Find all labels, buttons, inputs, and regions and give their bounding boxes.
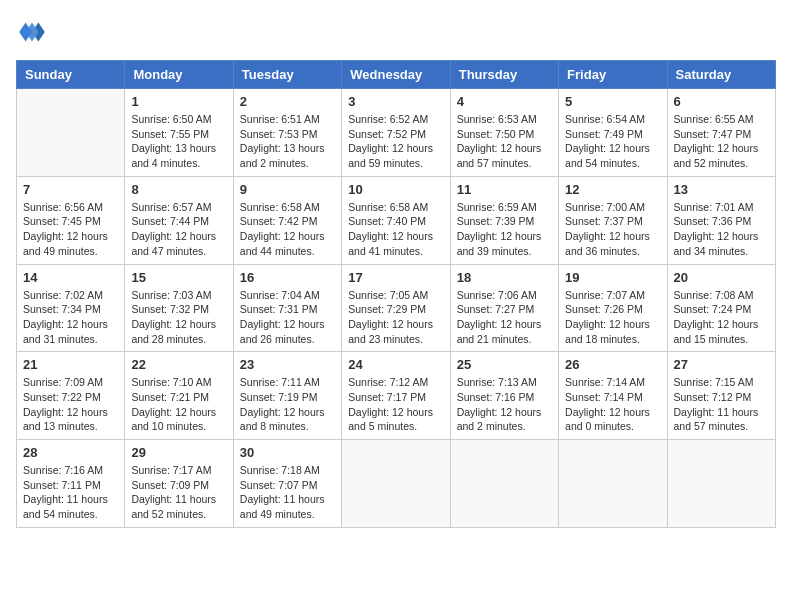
calendar-cell: 23Sunrise: 7:11 AM Sunset: 7:19 PM Dayli… xyxy=(233,352,341,440)
calendar-cell xyxy=(450,440,558,528)
day-number: 20 xyxy=(674,270,769,285)
day-number: 30 xyxy=(240,445,335,460)
calendar-cell: 25Sunrise: 7:13 AM Sunset: 7:16 PM Dayli… xyxy=(450,352,558,440)
calendar-cell: 22Sunrise: 7:10 AM Sunset: 7:21 PM Dayli… xyxy=(125,352,233,440)
day-number: 28 xyxy=(23,445,118,460)
calendar-cell: 30Sunrise: 7:18 AM Sunset: 7:07 PM Dayli… xyxy=(233,440,341,528)
day-info: Sunrise: 7:09 AM Sunset: 7:22 PM Dayligh… xyxy=(23,375,118,434)
calendar-day-header: Wednesday xyxy=(342,61,450,89)
day-number: 22 xyxy=(131,357,226,372)
calendar-cell: 8Sunrise: 6:57 AM Sunset: 7:44 PM Daylig… xyxy=(125,176,233,264)
calendar-cell: 15Sunrise: 7:03 AM Sunset: 7:32 PM Dayli… xyxy=(125,264,233,352)
day-info: Sunrise: 6:58 AM Sunset: 7:40 PM Dayligh… xyxy=(348,200,443,259)
day-number: 14 xyxy=(23,270,118,285)
calendar-day-header: Tuesday xyxy=(233,61,341,89)
day-info: Sunrise: 7:14 AM Sunset: 7:14 PM Dayligh… xyxy=(565,375,660,434)
day-info: Sunrise: 7:18 AM Sunset: 7:07 PM Dayligh… xyxy=(240,463,335,522)
day-info: Sunrise: 7:03 AM Sunset: 7:32 PM Dayligh… xyxy=(131,288,226,347)
calendar-day-header: Saturday xyxy=(667,61,775,89)
logo-icon xyxy=(16,16,48,48)
calendar-cell: 28Sunrise: 7:16 AM Sunset: 7:11 PM Dayli… xyxy=(17,440,125,528)
day-info: Sunrise: 6:50 AM Sunset: 7:55 PM Dayligh… xyxy=(131,112,226,171)
day-info: Sunrise: 7:15 AM Sunset: 7:12 PM Dayligh… xyxy=(674,375,769,434)
calendar-cell: 5Sunrise: 6:54 AM Sunset: 7:49 PM Daylig… xyxy=(559,89,667,177)
calendar-cell: 14Sunrise: 7:02 AM Sunset: 7:34 PM Dayli… xyxy=(17,264,125,352)
day-number: 5 xyxy=(565,94,660,109)
day-number: 15 xyxy=(131,270,226,285)
day-number: 16 xyxy=(240,270,335,285)
day-info: Sunrise: 7:08 AM Sunset: 7:24 PM Dayligh… xyxy=(674,288,769,347)
calendar-cell: 19Sunrise: 7:07 AM Sunset: 7:26 PM Dayli… xyxy=(559,264,667,352)
day-number: 18 xyxy=(457,270,552,285)
calendar-week-row: 14Sunrise: 7:02 AM Sunset: 7:34 PM Dayli… xyxy=(17,264,776,352)
day-info: Sunrise: 7:01 AM Sunset: 7:36 PM Dayligh… xyxy=(674,200,769,259)
day-number: 27 xyxy=(674,357,769,372)
calendar-day-header: Friday xyxy=(559,61,667,89)
day-number: 1 xyxy=(131,94,226,109)
day-info: Sunrise: 6:51 AM Sunset: 7:53 PM Dayligh… xyxy=(240,112,335,171)
day-number: 9 xyxy=(240,182,335,197)
day-info: Sunrise: 7:00 AM Sunset: 7:37 PM Dayligh… xyxy=(565,200,660,259)
day-info: Sunrise: 7:13 AM Sunset: 7:16 PM Dayligh… xyxy=(457,375,552,434)
calendar-cell: 6Sunrise: 6:55 AM Sunset: 7:47 PM Daylig… xyxy=(667,89,775,177)
day-number: 3 xyxy=(348,94,443,109)
day-number: 29 xyxy=(131,445,226,460)
day-info: Sunrise: 7:17 AM Sunset: 7:09 PM Dayligh… xyxy=(131,463,226,522)
calendar-cell: 24Sunrise: 7:12 AM Sunset: 7:17 PM Dayli… xyxy=(342,352,450,440)
calendar-cell: 17Sunrise: 7:05 AM Sunset: 7:29 PM Dayli… xyxy=(342,264,450,352)
calendar-cell: 26Sunrise: 7:14 AM Sunset: 7:14 PM Dayli… xyxy=(559,352,667,440)
day-info: Sunrise: 6:53 AM Sunset: 7:50 PM Dayligh… xyxy=(457,112,552,171)
day-number: 10 xyxy=(348,182,443,197)
day-info: Sunrise: 6:56 AM Sunset: 7:45 PM Dayligh… xyxy=(23,200,118,259)
calendar-cell: 16Sunrise: 7:04 AM Sunset: 7:31 PM Dayli… xyxy=(233,264,341,352)
day-number: 25 xyxy=(457,357,552,372)
day-number: 2 xyxy=(240,94,335,109)
day-info: Sunrise: 7:02 AM Sunset: 7:34 PM Dayligh… xyxy=(23,288,118,347)
day-number: 19 xyxy=(565,270,660,285)
day-info: Sunrise: 7:06 AM Sunset: 7:27 PM Dayligh… xyxy=(457,288,552,347)
logo xyxy=(16,16,52,48)
day-number: 17 xyxy=(348,270,443,285)
day-number: 13 xyxy=(674,182,769,197)
calendar-cell: 21Sunrise: 7:09 AM Sunset: 7:22 PM Dayli… xyxy=(17,352,125,440)
calendar-week-row: 28Sunrise: 7:16 AM Sunset: 7:11 PM Dayli… xyxy=(17,440,776,528)
day-number: 4 xyxy=(457,94,552,109)
day-number: 11 xyxy=(457,182,552,197)
calendar-cell xyxy=(667,440,775,528)
calendar-day-header: Sunday xyxy=(17,61,125,89)
calendar-cell xyxy=(342,440,450,528)
day-number: 23 xyxy=(240,357,335,372)
day-number: 12 xyxy=(565,182,660,197)
day-number: 7 xyxy=(23,182,118,197)
calendar-table: SundayMondayTuesdayWednesdayThursdayFrid… xyxy=(16,60,776,528)
day-info: Sunrise: 6:55 AM Sunset: 7:47 PM Dayligh… xyxy=(674,112,769,171)
day-info: Sunrise: 7:04 AM Sunset: 7:31 PM Dayligh… xyxy=(240,288,335,347)
calendar-day-header: Monday xyxy=(125,61,233,89)
day-info: Sunrise: 7:10 AM Sunset: 7:21 PM Dayligh… xyxy=(131,375,226,434)
calendar-cell: 29Sunrise: 7:17 AM Sunset: 7:09 PM Dayli… xyxy=(125,440,233,528)
calendar-cell: 20Sunrise: 7:08 AM Sunset: 7:24 PM Dayli… xyxy=(667,264,775,352)
day-info: Sunrise: 6:58 AM Sunset: 7:42 PM Dayligh… xyxy=(240,200,335,259)
calendar-cell xyxy=(559,440,667,528)
day-number: 8 xyxy=(131,182,226,197)
day-number: 21 xyxy=(23,357,118,372)
day-info: Sunrise: 7:11 AM Sunset: 7:19 PM Dayligh… xyxy=(240,375,335,434)
calendar-cell: 11Sunrise: 6:59 AM Sunset: 7:39 PM Dayli… xyxy=(450,176,558,264)
day-info: Sunrise: 6:52 AM Sunset: 7:52 PM Dayligh… xyxy=(348,112,443,171)
calendar-cell xyxy=(17,89,125,177)
calendar-day-header: Thursday xyxy=(450,61,558,89)
calendar-week-row: 7Sunrise: 6:56 AM Sunset: 7:45 PM Daylig… xyxy=(17,176,776,264)
calendar-cell: 1Sunrise: 6:50 AM Sunset: 7:55 PM Daylig… xyxy=(125,89,233,177)
day-info: Sunrise: 6:59 AM Sunset: 7:39 PM Dayligh… xyxy=(457,200,552,259)
day-info: Sunrise: 7:16 AM Sunset: 7:11 PM Dayligh… xyxy=(23,463,118,522)
calendar-cell: 9Sunrise: 6:58 AM Sunset: 7:42 PM Daylig… xyxy=(233,176,341,264)
calendar-cell: 12Sunrise: 7:00 AM Sunset: 7:37 PM Dayli… xyxy=(559,176,667,264)
day-number: 24 xyxy=(348,357,443,372)
calendar-week-row: 1Sunrise: 6:50 AM Sunset: 7:55 PM Daylig… xyxy=(17,89,776,177)
calendar-cell: 18Sunrise: 7:06 AM Sunset: 7:27 PM Dayli… xyxy=(450,264,558,352)
day-info: Sunrise: 6:57 AM Sunset: 7:44 PM Dayligh… xyxy=(131,200,226,259)
calendar-cell: 2Sunrise: 6:51 AM Sunset: 7:53 PM Daylig… xyxy=(233,89,341,177)
calendar-cell: 13Sunrise: 7:01 AM Sunset: 7:36 PM Dayli… xyxy=(667,176,775,264)
calendar-week-row: 21Sunrise: 7:09 AM Sunset: 7:22 PM Dayli… xyxy=(17,352,776,440)
day-number: 26 xyxy=(565,357,660,372)
